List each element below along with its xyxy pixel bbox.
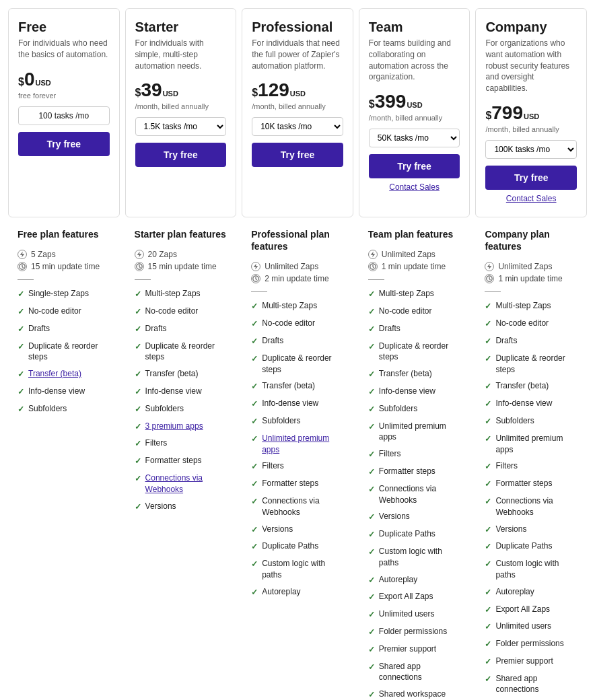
check-icon: ✓ [485, 416, 491, 427]
check-icon: ✓ [485, 656, 491, 668]
feature-item: ✓ Subfolders [251, 415, 344, 427]
check-icon: ✓ [485, 496, 491, 508]
check-icon: ✓ [18, 369, 24, 380]
tasks-select-starter[interactable]: 1.5K tasks /mo [135, 117, 227, 136]
check-icon: ✓ [18, 341, 24, 353]
check-icon: ✓ [135, 341, 141, 353]
feature-item: ✓ Drafts [368, 323, 461, 335]
feature-item: ✓ Multi-step Zaps [485, 300, 578, 312]
check-icon: ✓ [368, 306, 375, 318]
check-icon: ✓ [368, 404, 375, 415]
meta-item: Unlimited Zaps [251, 262, 344, 271]
tasks-select-professional[interactable]: 10K tasks /mo [252, 117, 343, 136]
feature-item: ✓ Multi-step Zaps [368, 288, 461, 300]
feature-item: ✓ Shared workspace [368, 689, 461, 700]
check-icon: ✓ [135, 306, 141, 318]
clock-icon [368, 262, 378, 271]
meta-item: 15 min update time [135, 262, 228, 271]
check-icon: ✓ [368, 662, 375, 673]
feature-item: ✓ Versions [485, 524, 578, 536]
feature-item: ✓ Duplicate & reorder steps [135, 341, 228, 363]
feature-item: ✓ Premier support [368, 643, 461, 656]
svg-marker-12 [370, 252, 375, 257]
price-period-professional: /month, billed annually [252, 102, 343, 110]
features-title-professional: Professional plan features [251, 228, 344, 252]
features-col-free: Free plan features 5 Zaps 15 min update … [8, 228, 120, 700]
tasks-select-company[interactable]: 100K tasks /mo [485, 140, 577, 159]
feature-item: ✓ Connections via Webhooks [251, 495, 344, 518]
try-free-button-team[interactable]: Try free [369, 154, 460, 178]
try-free-button-starter[interactable]: Try free [135, 143, 227, 167]
meta-item: 1 min update time [368, 262, 461, 271]
feature-item: ✓ Info-dense view [18, 386, 110, 398]
price-amount-team: 399 [375, 91, 407, 112]
check-icon: ✓ [251, 559, 258, 570]
feature-item: ✓ Single-step Zaps [18, 288, 110, 300]
feature-item: ✓ Filters [251, 460, 344, 473]
check-icon: ✓ [368, 547, 375, 558]
contact-sales-link-company[interactable]: Contact Sales [485, 194, 577, 203]
check-icon: ✓ [368, 449, 375, 460]
try-free-button-free[interactable]: Try free [18, 132, 110, 156]
feature-item: ✓ Info-dense view [485, 398, 578, 410]
check-icon: ✓ [485, 559, 491, 570]
tasks-select-team[interactable]: 50K tasks /mo [369, 129, 460, 147]
feature-item: ✓ Filters [135, 438, 228, 450]
features-title-starter: Starter plan features [135, 228, 228, 240]
check-icon: ✓ [485, 639, 491, 650]
check-icon: ✓ [135, 501, 141, 513]
feature-item: ✓ Filters [485, 460, 578, 473]
check-icon: ✓ [368, 592, 375, 603]
plan-desc-professional: For individuals that need the full power… [252, 38, 343, 71]
check-icon: ✓ [251, 416, 258, 427]
check-icon: ✓ [368, 324, 375, 335]
check-icon: ✓ [18, 324, 24, 335]
feature-item: ✓ No-code editor [18, 306, 110, 318]
feature-item: ✓ No-code editor [135, 306, 228, 318]
price-row-free: $ 0 USD [18, 69, 110, 90]
feature-meta-starter: 20 Zaps 15 min update time [135, 250, 228, 271]
contact-sales-link-team[interactable]: Contact Sales [369, 182, 460, 192]
price-row-company: $ 799 USD [485, 102, 577, 124]
svg-marker-4 [137, 252, 141, 257]
feature-item: ✓ No-code editor [368, 306, 461, 318]
feature-item: ✓ Duplicate & reorder steps [368, 341, 461, 363]
check-icon: ✓ [251, 541, 258, 553]
check-icon: ✓ [485, 318, 491, 330]
check-icon: ✓ [368, 289, 375, 300]
divider-professional [251, 291, 267, 292]
price-amount-company: 799 [491, 102, 523, 124]
meta-item: 2 min update time [251, 274, 344, 283]
feature-item: ✓ Formatter steps [135, 455, 228, 467]
try-free-button-company[interactable]: Try free [485, 166, 577, 190]
pricing-cards: Free For individuals who need the basics… [0, 0, 595, 225]
check-icon: ✓ [368, 484, 375, 495]
try-free-button-professional[interactable]: Try free [252, 143, 343, 167]
features-col-team: Team plan features Unlimited Zaps 1 min … [359, 228, 470, 700]
check-icon: ✓ [135, 456, 141, 467]
check-icon: ✓ [485, 674, 491, 685]
feature-item: ✓ Drafts [251, 335, 344, 347]
features-title-free: Free plan features [18, 228, 110, 240]
feature-item: ✓ Custom logic with paths [251, 558, 344, 581]
plan-card-team: Team For teams building and collaboratin… [359, 8, 470, 217]
check-icon: ✓ [251, 301, 258, 312]
meta-item: 5 Zaps [18, 250, 110, 259]
feature-item: ✓ Folder permissions [485, 638, 578, 650]
meta-item: 20 Zaps [135, 250, 228, 259]
check-icon: ✓ [251, 496, 258, 508]
plan-name-team: Team [369, 20, 460, 35]
divider-starter [135, 279, 151, 280]
plan-name-free: Free [18, 20, 110, 35]
check-icon: ✓ [251, 353, 258, 365]
meta-item: 15 min update time [18, 262, 110, 271]
zap-icon [135, 250, 144, 259]
plan-desc-team: For teams building and collaborating on … [369, 38, 460, 83]
feature-item: ✓ Multi-step Zaps [251, 300, 344, 312]
clock-icon [251, 274, 260, 283]
feature-item: ✓ Unlimited users [485, 621, 578, 633]
feature-item: ✓ Duplicate & reorder steps [485, 353, 578, 376]
check-icon: ✓ [251, 433, 258, 445]
check-icon: ✓ [485, 433, 491, 445]
clock-icon [18, 262, 27, 271]
